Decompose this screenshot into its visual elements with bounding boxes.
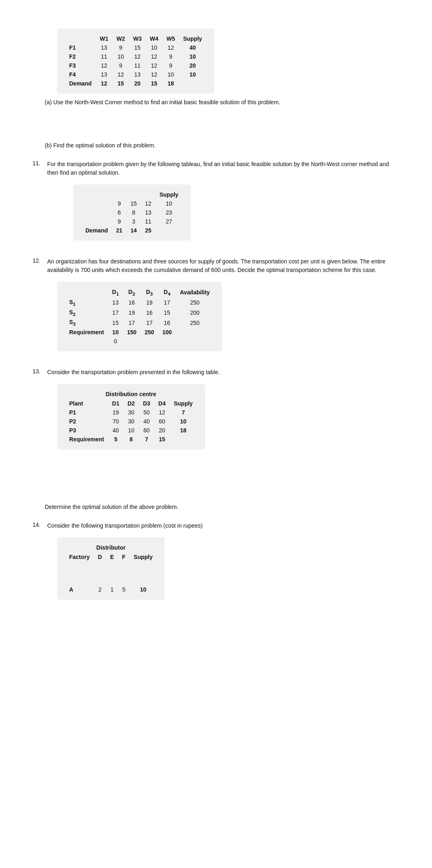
table2-wrapper: Supply 9 15 12 10 6 8 13 23: [73, 184, 191, 241]
q12-text: An organization has four destinations an…: [47, 257, 399, 274]
cell: 12: [96, 61, 112, 70]
cell: 5: [118, 561, 130, 594]
table4-header-d4: D4: [154, 399, 170, 408]
cell: 15: [158, 308, 176, 318]
table5-header-d: D: [94, 552, 106, 561]
table-row: F4 13 12 13 12 10 10: [65, 70, 206, 79]
table1-header-0: [65, 34, 96, 43]
spacing-q13: [33, 455, 399, 487]
q13-num-block: 13. Consider the transportation problem …: [33, 368, 399, 377]
cell: 13: [129, 70, 146, 79]
question-b-text: (b) Find the optimal solution of this pr…: [45, 142, 155, 149]
cell: 20: [154, 426, 170, 435]
cell: 12: [146, 52, 162, 61]
q11-section: 11. For the transportation problem given…: [33, 160, 399, 246]
table4-title: Distribution centre: [65, 390, 197, 399]
table3-header-d2: D2: [123, 287, 140, 298]
cell: 250: [176, 298, 214, 308]
q13-sub-text: Determine the optimal solution of the ab…: [45, 504, 399, 510]
cell: 9: [112, 217, 127, 226]
cell: [158, 337, 176, 346]
table5-header-supply: Supply: [130, 552, 157, 561]
q13-text: Consider the transportation problem pres…: [47, 368, 220, 377]
row-label-s2: S2: [65, 308, 108, 318]
table4-header-plant: Plant: [65, 399, 108, 408]
q12-number: 12.: [33, 257, 44, 274]
table-row: P2 70 30 40 60 10: [65, 417, 197, 426]
requirement-label: Requirement: [65, 328, 108, 337]
table2-header-0: [81, 190, 112, 199]
table4-header-d2: D2: [123, 399, 139, 408]
table4-header-d3: D3: [139, 399, 154, 408]
cell: 250: [141, 328, 158, 337]
cell: 0: [108, 337, 123, 346]
cell: 13: [96, 43, 112, 52]
cell: 11: [141, 217, 155, 226]
cell: 15: [129, 43, 146, 52]
question-a-text: (a) Use the North-West Corner method to …: [45, 99, 280, 105]
cell: 50: [139, 408, 154, 417]
table3-header-0: [65, 287, 108, 298]
table4: Distribution centre Plant D1 D2 D3 D4 Su…: [65, 390, 197, 444]
table5-header-e: E: [106, 552, 118, 561]
table-row: A 2 1 5 10: [65, 561, 157, 594]
table5-header-factory: Factory: [65, 552, 94, 561]
demand-row: Demand 21 14 25: [81, 226, 183, 235]
cell: 10: [112, 52, 129, 61]
spacing-a: [33, 110, 399, 142]
cell: 20: [129, 79, 146, 88]
q13-number: 13.: [33, 368, 44, 377]
bottom-spacing: [33, 605, 399, 768]
cell: 15: [154, 435, 170, 444]
table-row: F3 12 9 11 12 9 20: [65, 61, 206, 70]
cell: 70: [108, 417, 124, 426]
table2-header-3: [141, 190, 155, 199]
table3-header-d1: D1: [108, 287, 123, 298]
cell: 15: [146, 79, 162, 88]
cell: 12: [146, 61, 162, 70]
cell: 30: [123, 417, 139, 426]
table-row: S1 13 16 19 17 250: [65, 298, 214, 308]
cell-supply: 20: [179, 61, 206, 70]
table-row: 6 8 13 23: [81, 208, 183, 217]
cell: 3: [127, 217, 141, 226]
cell: 15: [112, 79, 129, 88]
table1-section: W1 W2 W3 W4 W5 Supply F1 13 9 15 10 12 4…: [33, 24, 399, 149]
cell: 19: [108, 408, 124, 417]
cell-supply: 10: [170, 417, 197, 426]
demand-label: Demand: [65, 79, 96, 88]
cell: [141, 337, 158, 346]
cell: 13: [108, 298, 123, 308]
q11-num-block: 11. For the transportation problem given…: [33, 160, 399, 177]
cell: 9: [162, 61, 179, 70]
q14-num-block: 14. Consider the following transportatio…: [33, 522, 399, 530]
table-row: 9 15 12 10: [81, 199, 183, 208]
cell: 60: [139, 426, 154, 435]
cell: [123, 337, 140, 346]
q14-number: 14.: [33, 522, 44, 530]
table5: Distributor Factory D E F Supply A 2 1 5…: [65, 543, 157, 594]
cell: 5: [108, 435, 124, 444]
cell: 40: [108, 426, 124, 435]
cell: 11: [96, 52, 112, 61]
requirement-row: Requirement 5 8 7 15: [65, 435, 197, 444]
cell: 12: [129, 52, 146, 61]
cell: 7: [139, 435, 154, 444]
table2: Supply 9 15 12 10 6 8 13 23: [81, 190, 183, 235]
cell: 12: [162, 43, 179, 52]
cell-supply: 10: [130, 561, 157, 594]
cell: 100: [158, 328, 176, 337]
cell: 9: [112, 199, 127, 208]
cell: 18: [162, 79, 179, 88]
cell: 17: [158, 298, 176, 308]
cell: 13: [141, 208, 155, 217]
cell: [155, 226, 183, 235]
cell: 19: [141, 298, 158, 308]
cell: 150: [123, 328, 140, 337]
cell: 17: [108, 308, 123, 318]
requirement-row2: 0: [65, 337, 214, 346]
table3-header-avail: Availability: [176, 287, 214, 298]
cell: 16: [158, 318, 176, 328]
table-row: P3 40 10 60 20 18: [65, 426, 197, 435]
question-b: (b) Find the optimal solution of this pr…: [45, 142, 399, 149]
